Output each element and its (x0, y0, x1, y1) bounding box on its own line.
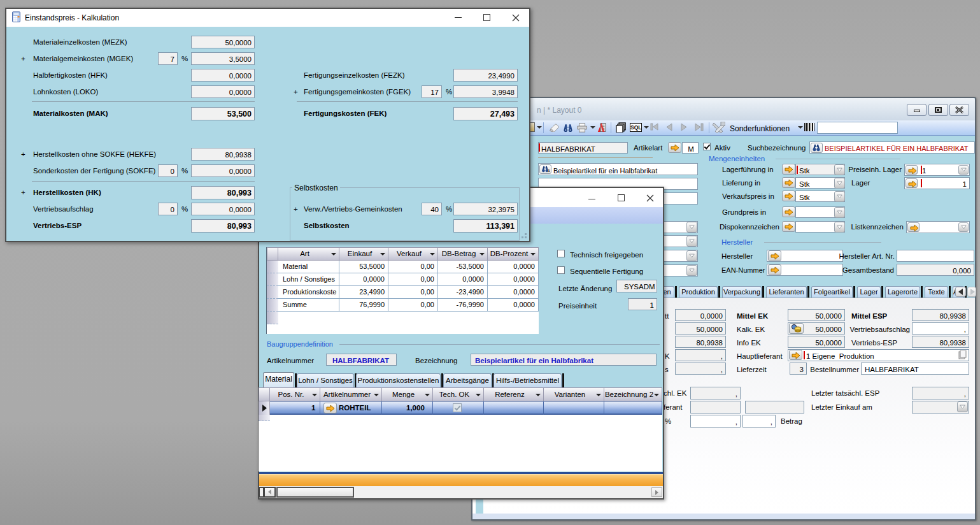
svg-text:1: 1 (548, 169, 550, 173)
